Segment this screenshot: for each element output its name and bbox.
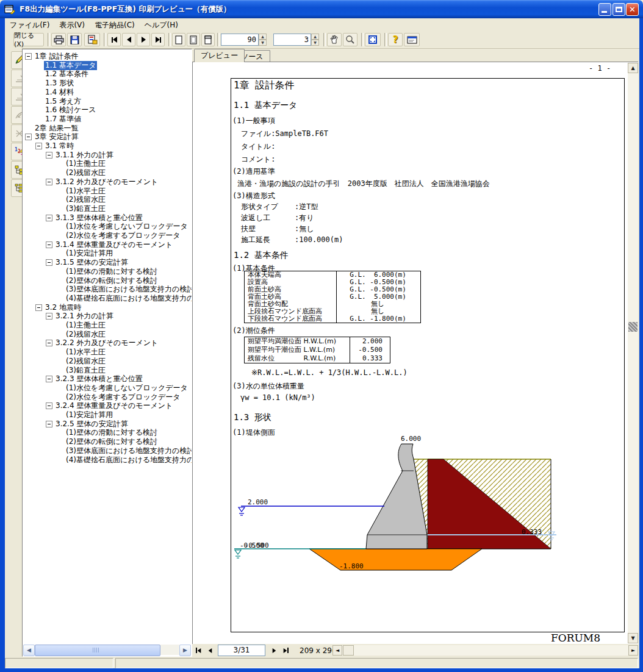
- tree-item[interactable]: (1)水平土圧: [23, 348, 192, 357]
- tree-expand-icon[interactable]: [46, 421, 52, 427]
- tree-item[interactable]: (1)安定計算用: [23, 249, 192, 258]
- scroll-up-icon[interactable]: ▲: [628, 63, 638, 73]
- scroll-down-icon[interactable]: ▼: [628, 633, 638, 643]
- print-button[interactable]: [51, 33, 66, 46]
- minimize-button[interactable]: [598, 3, 611, 16]
- about-button[interactable]: [404, 33, 420, 46]
- save-button[interactable]: [67, 33, 82, 46]
- first-page-button[interactable]: [107, 33, 121, 46]
- tree-expand-icon[interactable]: [25, 134, 32, 140]
- tree-item[interactable]: 1.6 検討ケース: [23, 105, 192, 115]
- tree-item[interactable]: (2)水位を考慮するブロックデータ: [23, 231, 192, 240]
- tree-expand-icon[interactable]: [46, 179, 52, 185]
- page-spinner[interactable]: ▲▼: [311, 34, 319, 46]
- tree-item[interactable]: 2章 結果一覧: [23, 124, 192, 133]
- single-page-view-button[interactable]: [172, 33, 185, 46]
- fit-to-window-button[interactable]: [365, 33, 381, 46]
- tree-item[interactable]: 3.2.4 壁体重量及びそのモーメント: [23, 401, 192, 410]
- tree-item[interactable]: (1)主働土圧: [23, 321, 192, 330]
- tab-preview[interactable]: プレビュー: [194, 49, 245, 62]
- tree-item[interactable]: 3.1 常時: [23, 141, 192, 151]
- tree-expand-icon[interactable]: [46, 376, 52, 382]
- scroll-right-icon[interactable]: ►: [628, 645, 638, 656]
- tree-item[interactable]: (2)残留水圧: [23, 330, 192, 339]
- tree-item[interactable]: (3)壁体底面における地盤支持力の検討: [23, 285, 192, 294]
- preview-hscrollbar-thumb[interactable]: [343, 645, 354, 656]
- tree-item[interactable]: (2)残留水圧: [23, 168, 192, 177]
- tree-item[interactable]: 1.3 形状: [23, 79, 192, 88]
- tree-item[interactable]: 1.1 基本データ: [23, 61, 192, 70]
- preview-hscrollbar[interactable]: ◄ ►: [332, 645, 638, 656]
- nav-last-page-button[interactable]: [281, 645, 291, 656]
- next-page-button[interactable]: [137, 33, 150, 46]
- tree-item[interactable]: (2)残留水圧: [23, 357, 192, 366]
- tree-scrollbar-thumb[interactable]: [35, 645, 160, 656]
- tree-item[interactable]: 3.2.5 壁体の安定計算: [23, 420, 192, 429]
- tree-item[interactable]: 1.5 考え方: [23, 97, 192, 106]
- tree-item[interactable]: 3章 安定計算: [23, 132, 192, 141]
- menu-delivery[interactable]: 電子納品(C): [90, 19, 140, 32]
- tree-item[interactable]: (2)壁体の転倒に対する検討: [23, 276, 192, 285]
- tree-item[interactable]: (1)水平土圧: [23, 187, 192, 196]
- tree-expand-icon[interactable]: [25, 53, 32, 60]
- zoom-spinner[interactable]: ▲▼: [259, 34, 267, 46]
- tree-expand-icon[interactable]: [35, 143, 42, 149]
- tree-expand-icon[interactable]: [46, 259, 52, 266]
- tree-item[interactable]: 3.2.1 外力の計算: [23, 312, 192, 321]
- tree-item[interactable]: (1)壁体の滑動に対する検討: [23, 428, 192, 437]
- tree-item[interactable]: 3.2 地震時: [23, 303, 192, 312]
- tree-item[interactable]: (2)残留水圧: [23, 195, 192, 204]
- page-indicator-field[interactable]: 3/31: [218, 645, 265, 656]
- tree-item[interactable]: 1.2 基本条件: [23, 70, 192, 79]
- pan-tool-button[interactable]: [327, 33, 342, 46]
- page-band-view-button[interactable]: [201, 33, 215, 46]
- tree-item[interactable]: (1)水位を考慮しないブロックデータ: [23, 384, 192, 393]
- tree-item[interactable]: 3.1.4 壁体重量及びそのモーメント: [23, 240, 192, 249]
- nav-first-page-button[interactable]: [193, 645, 204, 656]
- tree-expand-icon[interactable]: [35, 304, 42, 311]
- tree-expand-icon[interactable]: [46, 313, 52, 320]
- tree-item[interactable]: 1章 設計条件: [23, 52, 192, 61]
- page-input[interactable]: [273, 34, 311, 46]
- tree-item[interactable]: (1)水位を考慮しないブロックデータ: [23, 222, 192, 231]
- tree-item[interactable]: (2)水位を考慮するブロックデータ: [23, 393, 192, 402]
- tree-item[interactable]: (3)壁体底面における地盤支持力の検討: [23, 446, 192, 456]
- tree-expand-icon[interactable]: [46, 340, 52, 346]
- menu-help[interactable]: ヘルプ(H): [140, 19, 183, 32]
- chapter-tree-panel[interactable]: 1章 設計条件1.1 基本データ1.2 基本条件1.3 形状1.4 材料1.5 …: [22, 49, 192, 657]
- tree-item[interactable]: (2)壁体の転倒に対する検討: [23, 437, 192, 446]
- tree-item[interactable]: (1)主働土圧: [23, 159, 192, 168]
- close-button[interactable]: ✕: [626, 3, 639, 16]
- tree-expand-icon[interactable]: [46, 215, 52, 221]
- tree-item[interactable]: 3.1.1 外力の計算: [23, 151, 192, 160]
- tree-item[interactable]: 3.2.3 壁体体積と重心位置: [23, 374, 192, 384]
- prev-page-button[interactable]: [122, 33, 135, 46]
- scroll-right-icon[interactable]: ▶: [179, 645, 191, 656]
- last-page-button[interactable]: [151, 33, 165, 46]
- tree-item[interactable]: (1)壁体の滑動に対する検討: [23, 267, 192, 276]
- page-frame-view-button[interactable]: [187, 33, 200, 46]
- tree-item[interactable]: 3.2.2 外力及びそのモーメント: [23, 338, 192, 348]
- tree-expand-icon[interactable]: [46, 402, 52, 409]
- tree-horizontal-scrollbar[interactable]: ◀ ▶: [23, 645, 191, 655]
- tree-expand-icon[interactable]: [46, 152, 52, 159]
- menu-view[interactable]: 表示(V): [54, 19, 90, 32]
- preview-vscrollbar-track[interactable]: [628, 73, 638, 633]
- tree-item[interactable]: (4)基礎捨石底面における地盤支持力の検討: [23, 294, 192, 303]
- tree-item[interactable]: 3.1.3 壁体体積と重心位置: [23, 213, 192, 223]
- menu-file[interactable]: ファイル(F): [5, 19, 54, 32]
- tree-item[interactable]: 1.4 材料: [23, 88, 192, 97]
- zoom-tool-button[interactable]: [343, 33, 357, 46]
- help-button[interactable]: ?: [388, 33, 403, 46]
- preview-vscrollbar-thumb[interactable]: [628, 322, 638, 332]
- tree-item[interactable]: (1)安定計算用: [23, 410, 192, 420]
- export-delivery-button[interactable]: [84, 33, 100, 46]
- tree-item[interactable]: (4)基礎捨石底面における地盤支持力の検討: [23, 456, 192, 465]
- maximize-button[interactable]: [612, 3, 625, 16]
- close-preview-button[interactable]: 閉じる(X): [13, 33, 44, 46]
- nav-prev-page-button[interactable]: [205, 645, 215, 656]
- tree-item[interactable]: 3.1.5 壁体の安定計算: [23, 258, 192, 267]
- zoom-input[interactable]: [221, 34, 259, 46]
- title-bar[interactable]: F8出力編集ツール(F8-PPF互換) 印刷プレビュー（有償版） ✕: [0, 0, 643, 18]
- tree-item[interactable]: 1.7 基準値: [23, 115, 192, 124]
